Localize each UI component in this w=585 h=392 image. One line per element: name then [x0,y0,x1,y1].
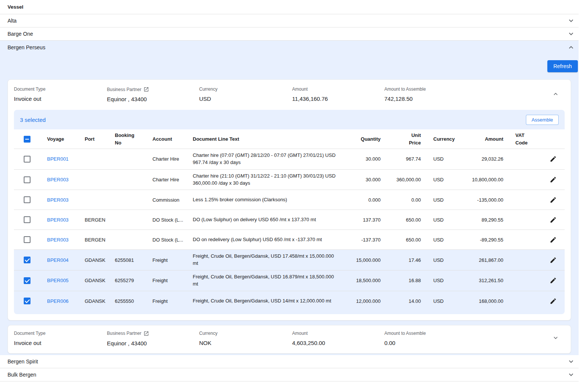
table-row: BPER003 BERGEN DO Stock (L... DO (Low Su… [14,210,565,230]
currency-cell: USD [427,177,457,182]
vessel-name: Bergen Spirit [8,359,38,365]
row-checkbox[interactable] [24,298,30,304]
edit-icon[interactable] [547,153,559,165]
chevron-up-icon [552,90,559,99]
amount-cell: 261,867.00 [457,257,509,263]
voyage-link[interactable]: BPER003 [47,237,69,243]
row-checkbox[interactable] [24,277,30,284]
quantity-cell: 0.000 [347,197,387,203]
unit-price-cell: 360,000.00 [387,177,427,182]
row-checkbox[interactable] [24,176,30,183]
edit-icon[interactable] [547,275,559,287]
table-row: BPER006 GDANSK 6255550 Freight Freight, … [14,291,565,311]
document-line-text-cell: Freight, Crude Oil, Bergen/Gdansk, USD 1… [193,295,347,308]
document-line-text-cell: Less 1.25% broker commission (Clarksons) [193,193,347,207]
col-vat-code: VAT Code [509,132,541,146]
expand-document-button[interactable] [550,333,562,345]
field-business-partner: Business Partner Equinor , 43400 [107,87,199,102]
port-cell: GDANSK [85,257,115,263]
quantity-cell: 15,000.000 [347,257,387,263]
field-amount: Amount 11,436,160.76 [292,87,384,102]
account-cell: Freight [152,298,193,304]
list-header-label: Vessel [8,4,23,10]
document-line-text-cell: Freight, Crude Oil, Bergen/Gdansk, USD 1… [193,270,347,291]
document-fields: Document Type Invoice out Business Partn… [8,325,571,353]
amount-cell: -89,290.55 [457,237,509,243]
edit-icon[interactable] [547,174,559,186]
vessel-row-bergen-spirit[interactable]: Bergen Spirit [0,355,579,368]
document-type-label: Document Type [14,331,107,336]
voyage-link[interactable]: BPER003 [47,197,69,203]
amount-to-assemble-value: 742,128.50 [384,96,550,102]
vessel-row-bergen-perseus[interactable]: Bergen Perseus [0,41,579,54]
refresh-button[interactable]: Refresh [547,60,578,72]
collapse-document-button[interactable] [550,88,562,100]
edit-icon[interactable] [547,214,559,226]
list-header: Vessel [0,0,579,14]
row-checkbox[interactable] [24,216,30,223]
currency-cell: USD [427,278,457,283]
document-card-usd: Document Type Invoice out Business Partn… [8,79,571,321]
vessel-row-bulk-bergen[interactable]: Bulk Bergen [0,368,579,381]
vessel-name: Bulk Bergen [8,372,36,378]
voyage-link[interactable]: BPER005 [47,278,69,283]
unit-price-cell: 17.46 [387,257,427,263]
chevron-down-icon [566,29,576,39]
voyage-link[interactable]: BPER003 [47,177,69,182]
document-type-label: Document Type [14,87,107,92]
selected-count: 3 selected [20,117,46,123]
unit-price-cell: 16.88 [387,278,427,283]
vessel-row-barge-one[interactable]: Barge One [0,27,579,41]
amount-to-assemble-label: Amount to Assemble [384,87,550,92]
currency-value: USD [199,96,292,102]
open-in-new-icon[interactable] [143,87,149,92]
quantity-cell: 18,500.000 [347,278,387,283]
field-amount: Amount 4,603,250.00 [292,331,384,346]
vessel-row-alta[interactable]: Alta [0,14,579,27]
table-row: BPER003 BERGEN DO Stock (L... DO on rede… [14,230,565,250]
edit-icon[interactable] [547,295,559,307]
quantity-cell: 137.370 [347,217,387,223]
row-checkbox[interactable] [24,236,30,243]
document-lines-table: Voyage Port Booking No Account Document … [14,129,565,311]
amount-value: 4,603,250.00 [292,340,384,346]
amount-cell: -135,000.00 [457,197,509,203]
expanded-vessel-section: Bergen Perseus Refresh Document Type Inv… [0,41,579,355]
field-currency: Currency NOK [199,331,292,346]
unit-price-cell: 967.74 [387,156,427,162]
col-unit-price: Unit Price [387,132,427,146]
document-type-value: Invoice out [14,340,107,346]
assemble-button[interactable]: Assemble [526,115,559,125]
select-all-checkbox[interactable] [24,136,30,143]
chevron-down-icon [566,369,576,380]
document-line-text-cell: Freight, Crude Oil, Bergen/Gdansk, USD 1… [193,250,347,270]
document-card-nok: Document Type Invoice out Business Partn… [8,325,571,354]
document-type-value: Invoice out [14,96,107,102]
chevron-down-icon [552,334,559,343]
voyage-link[interactable]: BPER001 [47,156,69,162]
booking-no-cell: 6255279 [115,278,152,283]
voyage-link[interactable]: BPER004 [47,257,69,263]
field-amount-to-assemble: Amount to Assemble 0.00 [384,331,550,346]
edit-icon[interactable] [547,194,559,206]
open-in-new-icon[interactable] [143,331,149,336]
row-checkbox[interactable] [24,156,30,163]
booking-no-cell: 6255550 [115,298,152,304]
voyage-link[interactable]: BPER003 [47,217,69,223]
row-checkbox[interactable] [24,257,30,263]
business-partner-label: Business Partner [107,331,141,336]
quantity-cell: 12,000.000 [347,298,387,304]
row-checkbox[interactable] [24,196,30,203]
quantity-cell: 30.000 [347,177,387,182]
field-business-partner: Business Partner Equinor , 43400 [107,331,199,346]
col-quantity: Quantity [347,135,387,143]
selection-bar: 3 selected Assemble [14,110,565,129]
col-booking-no: Booking No [115,132,152,146]
currency-cell: USD [427,217,457,223]
table-row: BPER004 GDANSK 6255081 Freight Freight, … [14,250,565,270]
edit-icon[interactable] [547,234,559,246]
voyage-link[interactable]: BPER006 [47,298,69,304]
table-row: BPER005 GDANSK 6255279 Freight Freight, … [14,270,565,291]
chevron-down-icon [566,356,576,367]
edit-icon[interactable] [547,254,559,266]
